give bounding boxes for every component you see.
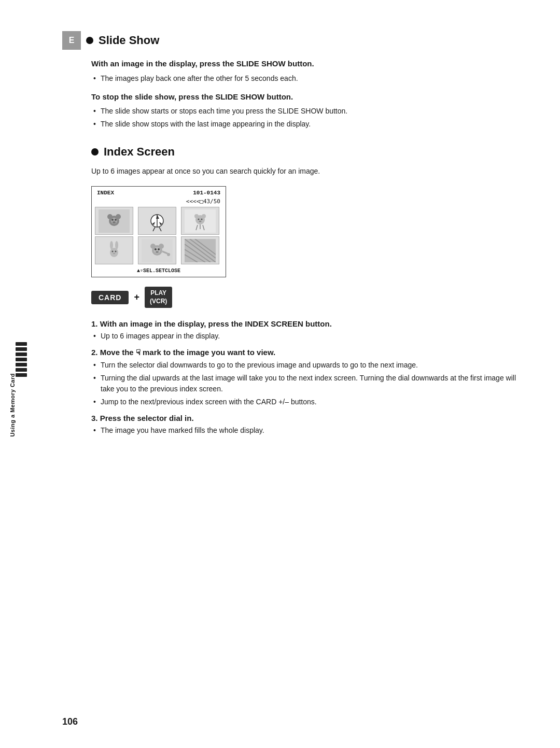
svg-point-36 bbox=[159, 244, 164, 249]
diagram-label-left: INDEX bbox=[97, 190, 114, 196]
step-2-bullet-1: Turn the selector dial downwards to go t… bbox=[101, 360, 519, 371]
index-image-4 bbox=[95, 236, 133, 264]
step-2-bullet-3: Jump to the next/previous index screen w… bbox=[101, 397, 519, 407]
step-3: 3. Press the selector dial in. The image… bbox=[91, 414, 519, 436]
sidebar-line bbox=[16, 352, 27, 356]
vcr-label: (VCR) bbox=[150, 298, 167, 306]
step-2-bullets: Turn the selector dial downwards to go t… bbox=[91, 360, 519, 407]
step1-bullets: The images play back one after the other… bbox=[91, 73, 519, 84]
e-label: E bbox=[62, 31, 81, 50]
image-placeholder-3 bbox=[185, 209, 216, 233]
play-label: PLAY bbox=[150, 289, 167, 298]
diagram-footer: ▲▿SEL.SETCLOSE bbox=[95, 266, 222, 274]
step1-bullet: The images play back one after the other… bbox=[101, 73, 519, 84]
svg-point-6 bbox=[115, 219, 117, 221]
index-image-5 bbox=[138, 236, 176, 264]
slide-show-section: E Slide Show With an image in the displa… bbox=[62, 31, 519, 130]
step-1-bullets: Up to 6 images appear in the display. bbox=[91, 331, 519, 342]
step-3-number: 3. bbox=[91, 414, 98, 422]
svg-point-21 bbox=[201, 218, 203, 220]
diagram-header: INDEX 101-0143 bbox=[95, 190, 222, 196]
svg-point-18 bbox=[194, 214, 199, 218]
index-diagram: INDEX 101-0143 <<<<□43/50 bbox=[91, 186, 226, 277]
index-images-grid bbox=[95, 207, 222, 264]
step-1-number: 1. bbox=[91, 319, 98, 328]
svg-point-5 bbox=[111, 219, 114, 221]
svg-point-28 bbox=[110, 241, 113, 249]
svg-point-35 bbox=[150, 244, 156, 249]
step-3-bullet-1: The image you have marked fills the whol… bbox=[101, 425, 519, 436]
page: Using a Memory Card E Slide Show With an… bbox=[0, 0, 560, 748]
stop-bullets: The slide show starts or stops each time… bbox=[91, 106, 519, 130]
pattern-icon bbox=[185, 239, 216, 262]
svg-point-7 bbox=[113, 221, 116, 223]
step-2-bullet-2: Turning the dial upwards at the last ima… bbox=[101, 373, 519, 394]
sidebar-decoration bbox=[16, 342, 27, 377]
svg-point-32 bbox=[113, 253, 115, 254]
card-button: CARD bbox=[91, 291, 129, 304]
svg-point-2 bbox=[107, 214, 113, 219]
step-1-text: With an image in the display, press the … bbox=[100, 319, 332, 328]
step-2: 2. Move the ☟ mark to the image you want… bbox=[91, 348, 519, 407]
bear-icon-1 bbox=[99, 209, 130, 233]
soccer-icon bbox=[142, 209, 173, 233]
sidebar-line bbox=[16, 373, 27, 377]
index-steps: 1. With an image in the display, press t… bbox=[91, 319, 519, 436]
diagram-label-right: 101-0143 bbox=[193, 190, 220, 196]
play-vcr-button: PLAY (VCR) bbox=[145, 287, 172, 308]
index-intro: Up to 6 images appear at once so you can… bbox=[91, 166, 519, 177]
button-row: CARD + PLAY (VCR) bbox=[91, 287, 519, 308]
index-bullet bbox=[91, 148, 99, 156]
diagram-sub: <<<<□43/50 bbox=[95, 198, 222, 205]
stop-bullet-1: The slide show starts or stops each time… bbox=[101, 106, 519, 117]
svg-point-31 bbox=[115, 250, 117, 252]
step-1: 1. With an image in the display, press t… bbox=[91, 319, 519, 342]
step-3-bullets: The image you have marked fills the whol… bbox=[91, 425, 519, 436]
svg-point-3 bbox=[116, 214, 121, 219]
page-number: 106 bbox=[62, 716, 78, 727]
index-image-1 bbox=[95, 207, 133, 235]
slide-show-title: Slide Show bbox=[99, 34, 159, 47]
slide-show-content: With an image in the display, press the … bbox=[62, 58, 519, 130]
step-1-bullet-1: Up to 6 images appear in the display. bbox=[101, 331, 519, 342]
section-bullet bbox=[86, 37, 93, 44]
svg-point-38 bbox=[155, 248, 157, 250]
step-1-title: 1. With an image in the display, press t… bbox=[91, 319, 519, 328]
svg-point-22 bbox=[199, 220, 202, 222]
step-2-number: 2. bbox=[91, 348, 98, 357]
svg-point-20 bbox=[198, 218, 200, 220]
svg-point-40 bbox=[156, 251, 159, 253]
index-image-2 bbox=[138, 207, 176, 235]
sidebar-label: Using a Memory Card bbox=[9, 373, 16, 437]
stop-heading: To stop the slide show, press the SLIDE … bbox=[91, 91, 519, 103]
index-screen-header: Index Screen bbox=[62, 145, 519, 159]
index-screen-content: Up to 6 images appear at once so you can… bbox=[62, 166, 519, 436]
svg-point-29 bbox=[115, 241, 118, 249]
sidebar-line bbox=[16, 363, 27, 366]
step-2-text: Move the ☟ mark to the image you want to… bbox=[100, 348, 276, 357]
stop-bullet-2: The slide show stops with the last image… bbox=[101, 119, 519, 130]
index-screen-title: Index Screen bbox=[104, 145, 175, 159]
bunny-icon bbox=[99, 239, 130, 262]
svg-point-39 bbox=[158, 248, 160, 250]
index-screen-section: Index Screen Up to 6 images appear at on… bbox=[62, 145, 519, 436]
svg-point-19 bbox=[202, 214, 206, 218]
step-3-title: 3. Press the selector dial in. bbox=[91, 414, 519, 422]
index-image-6 bbox=[181, 236, 219, 264]
index-image-3 bbox=[181, 207, 219, 235]
svg-point-30 bbox=[112, 250, 114, 252]
sidebar-line bbox=[16, 342, 27, 346]
sidebar-line bbox=[16, 358, 27, 361]
sidebar-line bbox=[16, 368, 27, 372]
step1-heading: With an image in the display, press the … bbox=[91, 58, 519, 70]
svg-point-42 bbox=[167, 253, 170, 256]
step-2-title: 2. Move the ☟ mark to the image you want… bbox=[91, 348, 519, 357]
plus-sign: + bbox=[134, 292, 139, 303]
step-3-text: Press the selector dial in. bbox=[100, 414, 194, 422]
sidebar-line bbox=[16, 347, 27, 351]
bear2-icon bbox=[142, 239, 173, 262]
slide-show-header: E Slide Show bbox=[62, 31, 519, 50]
